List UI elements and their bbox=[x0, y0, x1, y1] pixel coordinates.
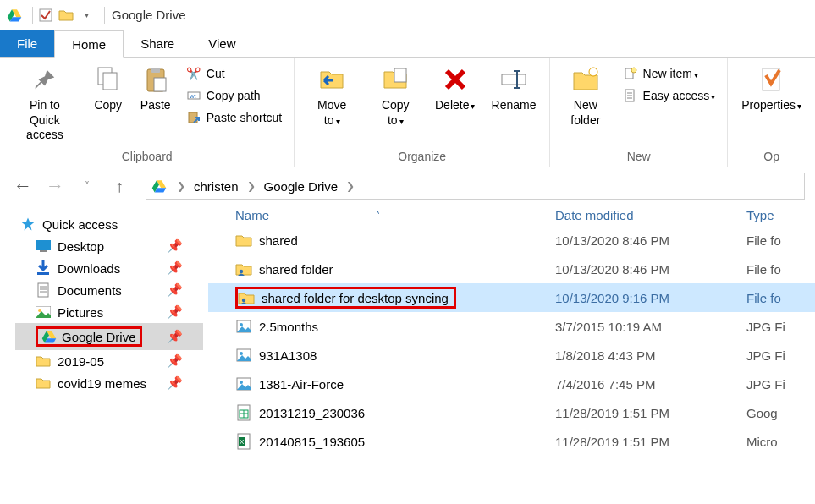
file-row[interactable]: X20140815_19360511/28/2019 1:51 PMMicro bbox=[208, 427, 815, 456]
ribbon-group-open: Properties Op bbox=[728, 58, 815, 167]
chevron-right-icon[interactable]: ❯ bbox=[175, 180, 187, 192]
pin-to-quick-access-button[interactable]: Pin to Quick access bbox=[5, 61, 85, 146]
chevron-right-icon[interactable]: ❯ bbox=[344, 180, 356, 192]
new-item-button[interactable]: New item bbox=[620, 64, 719, 83]
forward-button[interactable]: → bbox=[42, 173, 68, 199]
sidebar-item-label: Google Drive bbox=[62, 330, 136, 344]
file-type: JPG Fi bbox=[746, 377, 815, 392]
svg-point-17 bbox=[589, 68, 597, 76]
ribbon: Pin to Quick access Copy Paste ✂️ Cut bbox=[0, 58, 815, 167]
column-type[interactable]: Type bbox=[746, 208, 815, 222]
file-row[interactable]: 20131219_23003611/28/2019 1:51 PMGoog bbox=[208, 398, 815, 427]
properties-icon bbox=[757, 64, 787, 95]
copypath-icon: w: bbox=[186, 88, 201, 103]
file-type: Goog bbox=[746, 406, 815, 420]
sort-indicator-icon: ˄ bbox=[376, 211, 380, 220]
tab-file[interactable]: File bbox=[0, 30, 54, 57]
new-folder-button[interactable]: New folder bbox=[555, 61, 616, 131]
breadcrumb-segment[interactable]: Google Drive bbox=[261, 179, 342, 194]
star-icon bbox=[20, 216, 36, 232]
copy-button[interactable]: Copy bbox=[85, 61, 132, 117]
sidebar-item-label: 2019-05 bbox=[58, 354, 104, 369]
svg-point-37 bbox=[240, 323, 243, 326]
easy-access-button[interactable]: Easy access bbox=[620, 86, 719, 105]
svg-rect-13 bbox=[502, 74, 526, 85]
svg-rect-8 bbox=[154, 78, 166, 91]
file-row[interactable]: 2.5months3/7/2015 10:19 AMJPG Fi bbox=[208, 312, 815, 341]
svg-point-34 bbox=[240, 270, 243, 273]
file-date: 7/4/2016 7:45 PM bbox=[555, 377, 746, 392]
svg-rect-28 bbox=[38, 283, 48, 297]
sidebar-item[interactable]: Documents📌 bbox=[15, 279, 203, 301]
breadcrumb[interactable]: ❯ christen ❯ Google Drive ❯ bbox=[146, 173, 805, 200]
sidebar-item[interactable]: covid19 memes📌 bbox=[15, 372, 203, 394]
chevron-right-icon[interactable]: ❯ bbox=[245, 180, 257, 192]
image-icon bbox=[235, 318, 252, 335]
checkbox-icon[interactable] bbox=[38, 8, 53, 23]
sidebar-item-label: Downloads bbox=[58, 261, 120, 276]
title-bar: ▾ Google Drive bbox=[0, 0, 815, 30]
pin-icon bbox=[30, 64, 60, 95]
rename-label: Rename bbox=[492, 98, 537, 113]
svg-text:X: X bbox=[240, 438, 245, 446]
copy-to-button[interactable]: Copy to bbox=[364, 61, 427, 131]
svg-rect-12 bbox=[394, 68, 406, 82]
file-name: 931A1308 bbox=[259, 348, 317, 363]
move-to-button[interactable]: Move to bbox=[300, 61, 364, 131]
window-title: Google Drive bbox=[112, 8, 186, 22]
delete-button[interactable]: Delete bbox=[427, 61, 483, 117]
copyto-label: Copy to bbox=[372, 98, 418, 128]
copy-icon bbox=[93, 64, 124, 95]
svg-rect-5 bbox=[103, 73, 117, 90]
image-icon bbox=[235, 375, 252, 392]
sidebar-item[interactable]: Google Drive📌 bbox=[15, 323, 203, 350]
documents-icon bbox=[36, 282, 51, 298]
file-row[interactable]: 1381-Air-Force7/4/2016 7:45 PMJPG Fi bbox=[208, 370, 815, 398]
cut-label: Cut bbox=[207, 67, 225, 80]
paste-button[interactable]: Paste bbox=[132, 61, 179, 117]
file-row[interactable]: shared folder10/13/2020 8:46 PMFile fo bbox=[208, 255, 815, 283]
svg-point-41 bbox=[240, 381, 243, 384]
sidebar-item-label: Desktop bbox=[58, 239, 104, 254]
new-group-label: New bbox=[555, 148, 722, 167]
tab-home[interactable]: Home bbox=[54, 30, 124, 58]
tab-share[interactable]: Share bbox=[124, 30, 191, 57]
paste-icon bbox=[140, 64, 171, 95]
pin-label: Pin to Quick access bbox=[14, 98, 76, 143]
qatoolbar-dropdown-icon[interactable]: ▾ bbox=[79, 8, 94, 23]
svg-rect-26 bbox=[40, 250, 47, 252]
file-type: File fo bbox=[746, 262, 815, 277]
cut-button[interactable]: ✂️ Cut bbox=[183, 64, 286, 83]
breadcrumb-segment[interactable]: christen bbox=[190, 179, 242, 194]
svg-point-19 bbox=[631, 68, 636, 73]
sidebar-item[interactable]: 2019-05📌 bbox=[15, 350, 203, 372]
file-date: 10/13/2020 8:46 PM bbox=[555, 233, 746, 248]
column-name[interactable]: Name ˄ bbox=[208, 208, 555, 222]
copy-label: Copy bbox=[94, 98, 122, 113]
pin-icon: 📌 bbox=[167, 329, 183, 344]
sidebar-quick-access[interactable]: Quick access bbox=[15, 213, 203, 235]
recent-dropdown-icon[interactable]: ˅ bbox=[74, 173, 100, 199]
back-button[interactable]: ← bbox=[10, 173, 36, 199]
properties-button[interactable]: Properties bbox=[733, 61, 810, 117]
file-row[interactable]: shared folder for desktop syncing10/13/2… bbox=[208, 283, 815, 312]
rename-button[interactable]: Rename bbox=[483, 61, 544, 117]
paste-shortcut-button[interactable]: Paste shortcut bbox=[183, 108, 286, 127]
pictures-icon bbox=[36, 304, 51, 320]
sidebar-item[interactable]: Downloads📌 bbox=[15, 257, 203, 279]
file-row[interactable]: shared10/13/2020 8:46 PMFile fo bbox=[208, 226, 815, 255]
copy-path-button[interactable]: w: Copy path bbox=[183, 86, 286, 105]
sidebar-item[interactable]: Desktop📌 bbox=[15, 235, 203, 257]
file-row[interactable]: 931A13081/8/2018 4:43 PMJPG Fi bbox=[208, 341, 815, 370]
sidebar-item[interactable]: Pictures📌 bbox=[15, 301, 203, 323]
file-date: 3/7/2015 10:19 AM bbox=[555, 320, 746, 334]
easyaccess-label: Easy access bbox=[643, 89, 716, 102]
gsheet-icon bbox=[235, 404, 252, 421]
up-button[interactable]: ↑ bbox=[107, 173, 132, 199]
newitem-icon bbox=[623, 66, 638, 81]
pin-icon: 📌 bbox=[167, 260, 183, 276]
column-date[interactable]: Date modified bbox=[555, 208, 746, 222]
file-name: 2.5months bbox=[259, 320, 318, 334]
folder-icon[interactable] bbox=[58, 8, 74, 23]
tab-view[interactable]: View bbox=[191, 30, 252, 57]
